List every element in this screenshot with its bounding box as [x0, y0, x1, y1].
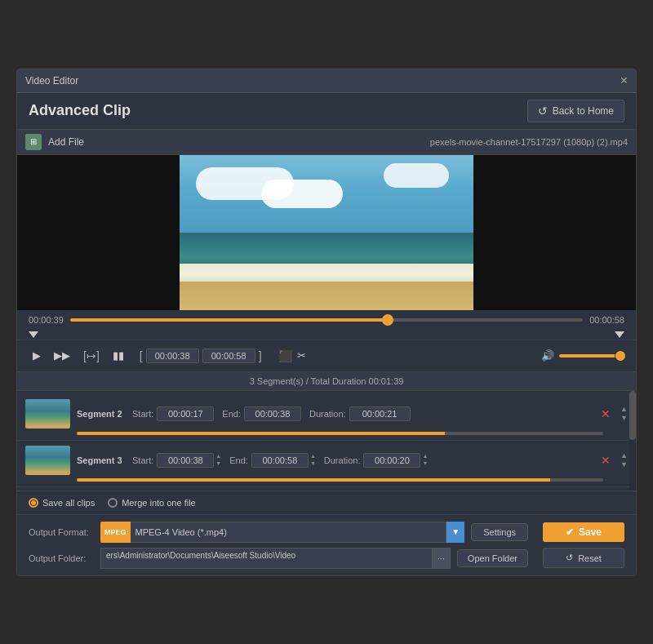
right-btns-2: ↺ Reset — [543, 548, 624, 568]
save-all-clips-option[interactable]: Save all clips — [29, 498, 95, 508]
save-button[interactable]: ✔ Save — [543, 522, 624, 542]
seg2-start-field: Start: — [132, 406, 214, 421]
timeline-thumb[interactable] — [382, 314, 393, 326]
seg3-dur-spinner-btns: ▲ ▼ — [422, 453, 428, 467]
back-icon: ↺ — [538, 104, 548, 118]
seg3-dur-down[interactable]: ▼ — [422, 460, 428, 467]
trim-markers — [17, 330, 636, 340]
seg3-start-spinner-btns: ▲ ▼ — [215, 453, 221, 467]
volume-thumb[interactable] — [615, 351, 625, 361]
timeline-end: 00:00:58 — [589, 315, 624, 325]
seg3-duration-label: Duration: — [324, 455, 361, 465]
folder-label: Output Folder: — [29, 553, 94, 563]
seg3-start-input[interactable] — [157, 453, 214, 468]
file-name-label: pexels-movie-channet-17517297 (1080p) (2… — [430, 137, 628, 147]
close-button[interactable]: × — [620, 74, 628, 87]
seg2-arrows: ▲ ▼ — [620, 405, 628, 422]
seg3-close-button[interactable]: ✕ — [601, 454, 611, 467]
volume-slider[interactable] — [559, 354, 624, 358]
seg3-end-field: End: ▲ ▼ — [229, 453, 316, 468]
segment2-fields: Start: End: Duration: — [132, 406, 594, 421]
seg3-up-arrow[interactable]: ▲ — [620, 451, 628, 460]
output-format-row: Output Format: MPEG MPEG-4 Video (*.mp4)… — [29, 522, 624, 543]
seg2-end-input[interactable] — [244, 406, 301, 421]
open-folder-button[interactable]: Open Folder — [457, 549, 528, 567]
save-all-clips-label: Save all clips — [42, 498, 95, 508]
controls-bar: ▶ ▶▶ [↦] ▮▮ [ ] ⬛ ✂ 🔊 — [17, 340, 636, 371]
merge-into-one-label: Merge into one file — [122, 498, 196, 508]
cut-icon[interactable]: ✂ — [297, 349, 306, 362]
fast-forward-button[interactable]: ▶▶ — [50, 347, 74, 364]
segment3-label: Segment 3 — [77, 455, 126, 465]
seg3-dur-up[interactable]: ▲ — [422, 453, 428, 460]
trim-marker-right[interactable] — [615, 331, 624, 338]
seg3-down-arrow[interactable]: ▼ — [620, 460, 628, 469]
format-select[interactable]: MPEG-4 Video (*.mp4) — [131, 522, 447, 543]
segment3-thumbnail — [25, 446, 70, 475]
scrollbar-thumb[interactable] — [629, 391, 636, 440]
seg3-end-down[interactable]: ▼ — [310, 460, 316, 467]
format-icon-box: MPEG — [100, 522, 131, 543]
seg2-duration-label: Duration: — [309, 409, 346, 419]
seg3-dur-spinner: ▲ ▼ — [363, 453, 428, 468]
window-title: Video Editor — [25, 75, 78, 87]
segment2-row-top: Segment 2 Start: End: Duration: ✕ — [25, 399, 628, 429]
segment2-thumbnail — [25, 399, 70, 429]
video-left-panel — [17, 155, 180, 310]
folder-path-display: ers\Administrator\Documents\Aiseesoft St… — [100, 548, 433, 569]
format-dropdown-arrow[interactable]: ▼ — [446, 522, 464, 543]
seg2-end-field: End: — [222, 406, 301, 421]
segment-count-label: 3 Segment(s) / Total Duration 00:01:39 — [250, 376, 404, 386]
seg3-start-field: Start: ▲ ▼ — [132, 453, 221, 468]
segment-row: Segment 2 Start: End: Duration: ✕ — [17, 394, 636, 441]
segment3-row-top: Segment 3 Start: ▲ ▼ End: — [25, 446, 628, 475]
seg3-start-down[interactable]: ▼ — [215, 460, 221, 467]
format-label: Output Format: — [29, 527, 94, 537]
seg3-end-label: End: — [229, 455, 248, 465]
format-icon-text: MPEG — [104, 528, 127, 536]
seg3-duration-field: Duration: ▲ ▼ — [324, 453, 429, 468]
video-preview — [17, 155, 636, 310]
seg3-end-input[interactable] — [251, 453, 309, 468]
seg2-up-arrow[interactable]: ▲ — [620, 405, 628, 413]
seg2-start-input[interactable] — [157, 406, 214, 421]
bracket-right-button[interactable]: [↦] — [79, 347, 104, 365]
start-time-input[interactable] — [146, 349, 199, 363]
seg3-thumb-img — [25, 446, 70, 475]
trim-marker-left[interactable] — [29, 331, 38, 338]
add-file-button[interactable]: Add File — [48, 136, 84, 148]
seg2-duration-input[interactable] — [349, 406, 411, 421]
format-select-wrap: MPEG MPEG-4 Video (*.mp4) ▼ — [100, 522, 464, 543]
video-ocean — [180, 155, 473, 310]
seg3-end-spinner: ▲ ▼ — [251, 453, 316, 468]
bracket-left: [ — [140, 349, 143, 362]
scrollbar-track — [629, 391, 636, 491]
back-to-home-button[interactable]: ↺ Back to Home — [527, 100, 624, 122]
seg3-end-up[interactable]: ▲ — [310, 453, 316, 460]
seg2-close-button[interactable]: ✕ — [601, 407, 611, 420]
timeline-track[interactable] — [70, 318, 583, 322]
cloud3 — [261, 180, 343, 208]
settings-button[interactable]: Settings — [471, 523, 528, 541]
video-right-panel — [473, 155, 636, 310]
output-section: Output Format: MPEG MPEG-4 Video (*.mp4)… — [17, 514, 636, 575]
merge-into-one-option[interactable]: Merge into one file — [108, 498, 196, 508]
seg3-start-up[interactable]: ▲ — [215, 453, 221, 460]
video-sides — [17, 155, 636, 310]
seg2-down-arrow[interactable]: ▼ — [620, 414, 628, 422]
reset-button[interactable]: ↺ Reset — [543, 548, 624, 568]
add-file-icon-symbol: ⊞ — [30, 137, 37, 146]
folder-dots-button[interactable]: ··· — [433, 548, 451, 569]
reset-icon: ↺ — [566, 553, 573, 563]
volume-icon: 🔊 — [541, 349, 554, 362]
seg2-start-label: Start: — [132, 409, 153, 419]
end-time-input[interactable] — [202, 349, 255, 363]
seg3-end-spinner-btns: ▲ ▼ — [310, 453, 316, 467]
stop-button[interactable]: ▮▮ — [109, 347, 128, 364]
clip-icon[interactable]: ⬛ — [278, 349, 292, 362]
cloud2 — [384, 163, 449, 188]
right-btns: ✔ Save — [543, 522, 624, 542]
play-button[interactable]: ▶ — [29, 347, 45, 364]
title-bar: Video Editor × — [17, 69, 636, 93]
seg3-duration-input[interactable] — [363, 453, 420, 468]
